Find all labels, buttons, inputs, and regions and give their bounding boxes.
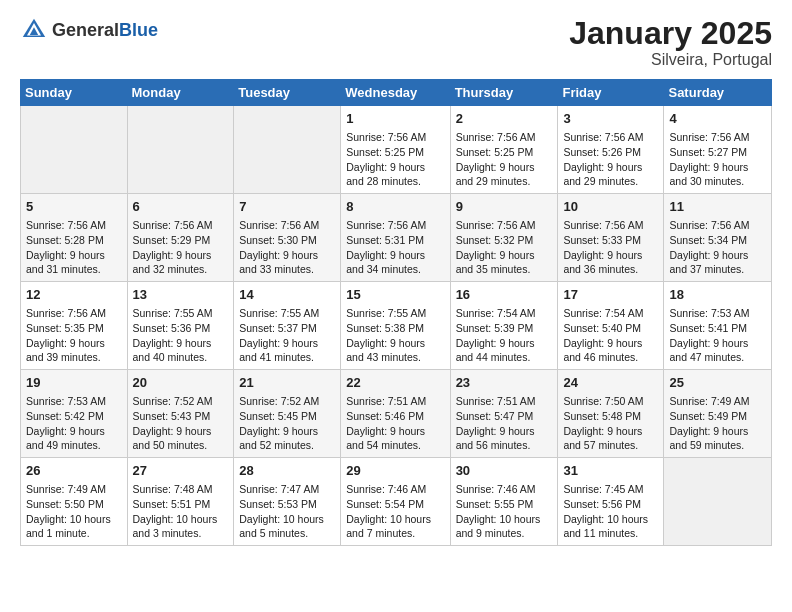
day-number: 21 <box>239 374 335 392</box>
col-saturday: Saturday <box>664 80 772 106</box>
daylight-text: Daylight: 9 hours and 59 minutes. <box>669 424 766 453</box>
calendar-cell: 25Sunrise: 7:49 AMSunset: 5:49 PMDayligh… <box>664 370 772 458</box>
sunset-text: Sunset: 5:56 PM <box>563 497 658 512</box>
calendar-week-row: 19Sunrise: 7:53 AMSunset: 5:42 PMDayligh… <box>21 370 772 458</box>
sunrise-text: Sunrise: 7:48 AM <box>133 482 229 497</box>
calendar-cell: 27Sunrise: 7:48 AMSunset: 5:51 PMDayligh… <box>127 457 234 545</box>
calendar-cell: 6Sunrise: 7:56 AMSunset: 5:29 PMDaylight… <box>127 194 234 282</box>
sunrise-text: Sunrise: 7:56 AM <box>239 218 335 233</box>
daylight-text: Daylight: 10 hours and 7 minutes. <box>346 512 444 541</box>
sunrise-text: Sunrise: 7:55 AM <box>239 306 335 321</box>
calendar-week-row: 1Sunrise: 7:56 AMSunset: 5:25 PMDaylight… <box>21 106 772 194</box>
daylight-text: Daylight: 10 hours and 1 minute. <box>26 512 122 541</box>
day-number: 12 <box>26 286 122 304</box>
daylight-text: Daylight: 9 hours and 46 minutes. <box>563 336 658 365</box>
sunset-text: Sunset: 5:25 PM <box>346 145 444 160</box>
daylight-text: Daylight: 10 hours and 11 minutes. <box>563 512 658 541</box>
sunrise-text: Sunrise: 7:56 AM <box>133 218 229 233</box>
logo-general: GeneralBlue <box>52 21 158 40</box>
daylight-text: Daylight: 9 hours and 29 minutes. <box>563 160 658 189</box>
day-number: 7 <box>239 198 335 216</box>
calendar-cell: 31Sunrise: 7:45 AMSunset: 5:56 PMDayligh… <box>558 457 664 545</box>
sunset-text: Sunset: 5:39 PM <box>456 321 553 336</box>
sunrise-text: Sunrise: 7:56 AM <box>456 218 553 233</box>
calendar-cell: 9Sunrise: 7:56 AMSunset: 5:32 PMDaylight… <box>450 194 558 282</box>
calendar-cell: 10Sunrise: 7:56 AMSunset: 5:33 PMDayligh… <box>558 194 664 282</box>
sunrise-text: Sunrise: 7:51 AM <box>346 394 444 409</box>
day-number: 23 <box>456 374 553 392</box>
sunset-text: Sunset: 5:54 PM <box>346 497 444 512</box>
daylight-text: Daylight: 9 hours and 29 minutes. <box>456 160 553 189</box>
daylight-text: Daylight: 9 hours and 35 minutes. <box>456 248 553 277</box>
sunrise-text: Sunrise: 7:52 AM <box>239 394 335 409</box>
calendar-week-row: 5Sunrise: 7:56 AMSunset: 5:28 PMDaylight… <box>21 194 772 282</box>
sunrise-text: Sunrise: 7:46 AM <box>346 482 444 497</box>
sunrise-text: Sunrise: 7:56 AM <box>346 130 444 145</box>
day-number: 28 <box>239 462 335 480</box>
daylight-text: Daylight: 9 hours and 50 minutes. <box>133 424 229 453</box>
daylight-text: Daylight: 9 hours and 57 minutes. <box>563 424 658 453</box>
day-number: 26 <box>26 462 122 480</box>
daylight-text: Daylight: 9 hours and 49 minutes. <box>26 424 122 453</box>
sunrise-text: Sunrise: 7:54 AM <box>563 306 658 321</box>
daylight-text: Daylight: 10 hours and 5 minutes. <box>239 512 335 541</box>
day-number: 31 <box>563 462 658 480</box>
sunset-text: Sunset: 5:48 PM <box>563 409 658 424</box>
day-number: 25 <box>669 374 766 392</box>
calendar-cell: 5Sunrise: 7:56 AMSunset: 5:28 PMDaylight… <box>21 194 128 282</box>
calendar-cell: 18Sunrise: 7:53 AMSunset: 5:41 PMDayligh… <box>664 282 772 370</box>
day-number: 17 <box>563 286 658 304</box>
sunrise-text: Sunrise: 7:56 AM <box>669 130 766 145</box>
page-container: GeneralBlue January 2025 Silveira, Portu… <box>0 0 792 556</box>
calendar-cell: 3Sunrise: 7:56 AMSunset: 5:26 PMDaylight… <box>558 106 664 194</box>
sunset-text: Sunset: 5:49 PM <box>669 409 766 424</box>
calendar-cell: 1Sunrise: 7:56 AMSunset: 5:25 PMDaylight… <box>341 106 450 194</box>
calendar-cell: 21Sunrise: 7:52 AMSunset: 5:45 PMDayligh… <box>234 370 341 458</box>
sunset-text: Sunset: 5:53 PM <box>239 497 335 512</box>
sunrise-text: Sunrise: 7:56 AM <box>563 130 658 145</box>
header: GeneralBlue January 2025 Silveira, Portu… <box>20 16 772 69</box>
sunrise-text: Sunrise: 7:45 AM <box>563 482 658 497</box>
day-number: 5 <box>26 198 122 216</box>
sunset-text: Sunset: 5:33 PM <box>563 233 658 248</box>
title-block: January 2025 Silveira, Portugal <box>569 16 772 69</box>
day-number: 10 <box>563 198 658 216</box>
sunset-text: Sunset: 5:26 PM <box>563 145 658 160</box>
calendar-cell: 19Sunrise: 7:53 AMSunset: 5:42 PMDayligh… <box>21 370 128 458</box>
day-number: 20 <box>133 374 229 392</box>
day-number: 1 <box>346 110 444 128</box>
calendar-cell: 20Sunrise: 7:52 AMSunset: 5:43 PMDayligh… <box>127 370 234 458</box>
logo-icon <box>20 16 48 44</box>
day-number: 8 <box>346 198 444 216</box>
calendar-title: January 2025 <box>569 16 772 51</box>
sunset-text: Sunset: 5:31 PM <box>346 233 444 248</box>
calendar-cell: 26Sunrise: 7:49 AMSunset: 5:50 PMDayligh… <box>21 457 128 545</box>
calendar-cell <box>664 457 772 545</box>
calendar-table: Sunday Monday Tuesday Wednesday Thursday… <box>20 79 772 546</box>
calendar-cell: 30Sunrise: 7:46 AMSunset: 5:55 PMDayligh… <box>450 457 558 545</box>
daylight-text: Daylight: 9 hours and 34 minutes. <box>346 248 444 277</box>
calendar-week-row: 12Sunrise: 7:56 AMSunset: 5:35 PMDayligh… <box>21 282 772 370</box>
daylight-text: Daylight: 10 hours and 9 minutes. <box>456 512 553 541</box>
sunset-text: Sunset: 5:27 PM <box>669 145 766 160</box>
daylight-text: Daylight: 9 hours and 43 minutes. <box>346 336 444 365</box>
daylight-text: Daylight: 9 hours and 39 minutes. <box>26 336 122 365</box>
daylight-text: Daylight: 9 hours and 52 minutes. <box>239 424 335 453</box>
calendar-cell: 28Sunrise: 7:47 AMSunset: 5:53 PMDayligh… <box>234 457 341 545</box>
sunrise-text: Sunrise: 7:53 AM <box>26 394 122 409</box>
calendar-cell: 2Sunrise: 7:56 AMSunset: 5:25 PMDaylight… <box>450 106 558 194</box>
daylight-text: Daylight: 9 hours and 36 minutes. <box>563 248 658 277</box>
day-number: 13 <box>133 286 229 304</box>
sunset-text: Sunset: 5:25 PM <box>456 145 553 160</box>
col-thursday: Thursday <box>450 80 558 106</box>
day-number: 9 <box>456 198 553 216</box>
sunset-text: Sunset: 5:47 PM <box>456 409 553 424</box>
day-number: 19 <box>26 374 122 392</box>
col-tuesday: Tuesday <box>234 80 341 106</box>
sunset-text: Sunset: 5:38 PM <box>346 321 444 336</box>
sunrise-text: Sunrise: 7:54 AM <box>456 306 553 321</box>
day-number: 24 <box>563 374 658 392</box>
sunset-text: Sunset: 5:32 PM <box>456 233 553 248</box>
sunrise-text: Sunrise: 7:47 AM <box>239 482 335 497</box>
daylight-text: Daylight: 9 hours and 30 minutes. <box>669 160 766 189</box>
